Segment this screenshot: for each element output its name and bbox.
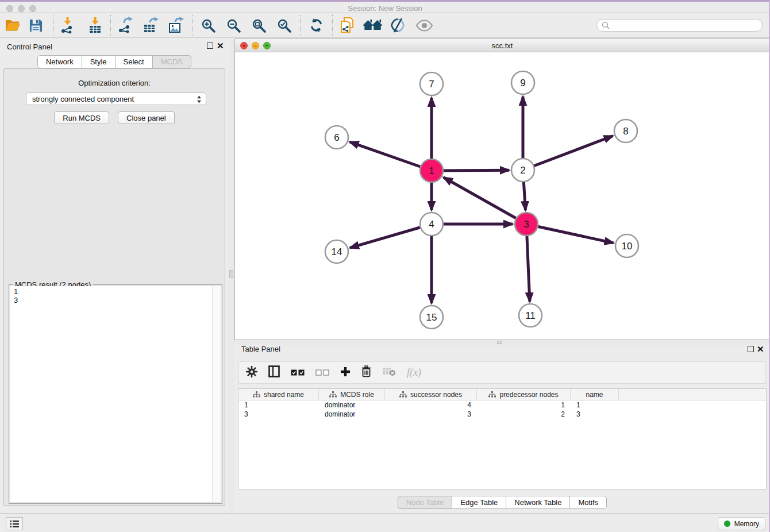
svg-text:9: 9 bbox=[520, 78, 525, 88]
node-3[interactable]: 3 bbox=[515, 213, 538, 236]
vertical-splitter[interactable] bbox=[229, 38, 234, 513]
column-header-successor-nodes[interactable]: successor nodes bbox=[385, 389, 477, 400]
tab-network[interactable]: Network bbox=[37, 55, 82, 68]
import-table-button[interactable] bbox=[86, 16, 105, 34]
search-box[interactable] bbox=[596, 19, 763, 32]
zoom-fit-button[interactable] bbox=[249, 16, 268, 34]
select-all-button[interactable] bbox=[291, 368, 305, 378]
edge-2-8[interactable] bbox=[523, 136, 613, 171]
zoom-in-button[interactable] bbox=[199, 16, 217, 34]
memory-button[interactable]: Memory bbox=[718, 517, 765, 530]
eye-button[interactable] bbox=[414, 16, 434, 34]
table-cell[interactable]: 1 bbox=[238, 401, 319, 409]
horizontal-splitter[interactable] bbox=[234, 340, 770, 345]
svg-text:8: 8 bbox=[623, 126, 628, 137]
node-8[interactable]: 8 bbox=[614, 119, 637, 142]
table-panel-tabs: Node Table Edge Table Network Table Moti… bbox=[234, 496, 770, 509]
column-header-predecessor-nodes[interactable]: predecessor nodes bbox=[477, 389, 571, 400]
table-panel-float-button[interactable] bbox=[748, 346, 754, 352]
splitter-grip[interactable] bbox=[497, 341, 502, 344]
node-7[interactable]: 7 bbox=[420, 72, 443, 95]
delete-table-icon bbox=[382, 367, 396, 376]
node-6[interactable]: 6 bbox=[325, 126, 348, 149]
edge-1-6[interactable] bbox=[350, 142, 432, 171]
delete-column-button[interactable] bbox=[361, 365, 371, 380]
table-cell[interactable]: 1 bbox=[477, 401, 571, 409]
node-15[interactable]: 15 bbox=[420, 306, 443, 329]
tab-node-table[interactable]: Node Table bbox=[398, 496, 453, 509]
node-2[interactable]: 2 bbox=[511, 159, 534, 182]
refresh-button[interactable] bbox=[307, 16, 325, 34]
node-4[interactable]: 4 bbox=[420, 213, 443, 236]
edge-4-14[interactable] bbox=[350, 224, 432, 248]
close-panel-button[interactable]: Close panel bbox=[118, 111, 175, 124]
zoom-selected-button[interactable] bbox=[275, 16, 293, 34]
tab-network-table[interactable]: Network Table bbox=[506, 496, 570, 509]
node-1[interactable]: 1 bbox=[420, 159, 443, 182]
column-header-shared-name[interactable]: shared name bbox=[238, 389, 319, 400]
table-cell[interactable]: 4 bbox=[385, 401, 477, 409]
open-file-button[interactable] bbox=[3, 16, 22, 34]
table-cell[interactable]: dominator bbox=[319, 401, 385, 409]
table-settings-button[interactable] bbox=[246, 366, 257, 380]
graphics-details-button[interactable] bbox=[388, 16, 407, 34]
export-image-button[interactable] bbox=[167, 16, 185, 34]
network-graph[interactable]: 7 9 6 8 1 2 4 3 14 10 15 11 bbox=[235, 52, 769, 340]
deselect-all-button[interactable] bbox=[315, 368, 329, 378]
network-canvas[interactable]: 7 9 6 8 1 2 4 3 14 10 15 11 bbox=[234, 52, 770, 340]
zoom-out-button[interactable] bbox=[224, 16, 242, 34]
edge-3-10[interactable] bbox=[526, 224, 614, 243]
import-network-button[interactable] bbox=[59, 16, 77, 34]
tab-motifs[interactable]: Motifs bbox=[569, 496, 607, 509]
column-header-MCDS-role[interactable]: MCDS role bbox=[319, 389, 385, 400]
tab-mcds[interactable]: MCDS bbox=[152, 55, 191, 68]
control-panel-close-button[interactable]: ✕ bbox=[217, 43, 224, 49]
search-input[interactable] bbox=[610, 21, 762, 30]
delete-table-button[interactable] bbox=[382, 367, 396, 379]
table-cell[interactable]: dominator bbox=[319, 410, 385, 418]
tab-select[interactable]: Select bbox=[115, 55, 153, 68]
svg-text:10: 10 bbox=[622, 241, 633, 252]
tab-edge-table[interactable]: Edge Table bbox=[452, 496, 506, 509]
toolbar-separator bbox=[192, 15, 192, 36]
refresh-icon bbox=[309, 17, 324, 33]
function-builder-button[interactable]: f(x) bbox=[407, 367, 421, 379]
table-row[interactable]: 1dominator411 bbox=[238, 400, 766, 410]
node-10[interactable]: 10 bbox=[615, 234, 638, 257]
splitter-grip[interactable] bbox=[229, 270, 233, 278]
table-cell[interactable]: 3 bbox=[571, 410, 619, 418]
tab-style[interactable]: Style bbox=[82, 55, 116, 68]
mcds-result-text[interactable]: 1 3 bbox=[10, 286, 213, 502]
save-session-button[interactable] bbox=[26, 16, 45, 34]
criterion-select[interactable]: strongly connected component bbox=[26, 92, 206, 105]
column-panel-button[interactable] bbox=[268, 365, 280, 380]
node-9[interactable]: 9 bbox=[511, 71, 534, 94]
memory-label: Memory bbox=[734, 520, 759, 528]
control-panel-float-button[interactable] bbox=[207, 43, 213, 49]
run-mcds-button[interactable]: Run MCDS bbox=[54, 111, 109, 124]
node-11[interactable]: 11 bbox=[519, 304, 542, 327]
table-cell[interactable]: 2 bbox=[477, 410, 571, 418]
add-column-button[interactable] bbox=[340, 367, 351, 379]
import-network-icon bbox=[59, 17, 76, 34]
houses-button[interactable] bbox=[362, 16, 384, 34]
column-header-name[interactable]: name bbox=[571, 389, 619, 400]
toolbar-separator bbox=[53, 15, 53, 36]
table-cell[interactable]: 3 bbox=[385, 410, 477, 418]
edge-3-1[interactable] bbox=[444, 178, 526, 224]
result-scrollbar[interactable] bbox=[212, 286, 221, 502]
export-table-button[interactable] bbox=[141, 16, 160, 34]
mcds-result-group: MCDS result (2 nodes) 1 3 bbox=[9, 284, 222, 504]
table-row[interactable]: 3dominator323 bbox=[238, 410, 766, 419]
export-network-button[interactable] bbox=[116, 16, 134, 34]
task-history-button[interactable] bbox=[6, 517, 23, 530]
table-cell[interactable]: 1 bbox=[571, 401, 619, 409]
table-panel-close-button[interactable]: ✕ bbox=[757, 346, 764, 353]
window-titlebar: Session: New Session bbox=[0, 0, 770, 13]
table-cell[interactable]: 3 bbox=[238, 410, 319, 418]
memory-status-icon bbox=[724, 521, 730, 527]
network-window-titlebar: × − + scc.txt bbox=[234, 38, 770, 52]
double-house-icon bbox=[363, 18, 383, 32]
duplicate-network-button[interactable] bbox=[338, 16, 356, 34]
node-14[interactable]: 14 bbox=[325, 240, 348, 263]
